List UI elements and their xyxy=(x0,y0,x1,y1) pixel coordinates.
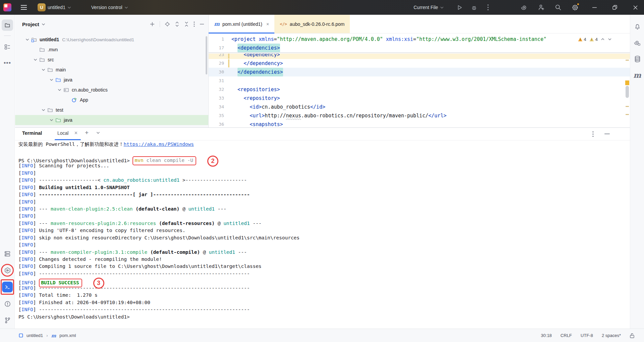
code-with-me-button[interactable] xyxy=(534,0,549,15)
project-widget[interactable]: U untitled1 xyxy=(38,2,71,13)
add-button[interactable] xyxy=(150,21,155,27)
terminal-line: [INFO] xyxy=(18,213,630,220)
tab-pom-xml[interactable]: m pom.xml (untitled1) × xyxy=(209,15,274,33)
tool-window-project-button[interactable] xyxy=(1,18,14,32)
terminal-output[interactable]: 安装最新的 PowerShell，了解新功能和改进！https://aka.ms… xyxy=(15,140,630,321)
code-line-31[interactable]: 31 xyxy=(209,76,630,85)
chevron-down-icon[interactable] xyxy=(47,77,55,82)
ai-assistant-button[interactable] xyxy=(517,0,532,15)
new-terminal-button[interactable]: + xyxy=(85,129,89,136)
restore-button[interactable] xyxy=(607,0,623,15)
warnings-badge[interactable]: 4 xyxy=(578,37,586,42)
code-line-36[interactable]: 36 <snapshots> xyxy=(209,120,630,127)
locate-file-button[interactable] xyxy=(165,21,170,27)
tree-item-label: main xyxy=(56,67,66,72)
caret-position[interactable]: 30:18 xyxy=(541,333,552,338)
collapse-all-button[interactable] xyxy=(184,21,189,27)
tool-window-git-button[interactable] xyxy=(1,314,14,327)
folder-green-icon xyxy=(55,117,61,123)
terminal-line: [INFO] --- maven-compiler-plugin:3.1:com… xyxy=(18,249,630,256)
run-configuration-selector[interactable]: Current File xyxy=(414,2,444,13)
expand-all-button[interactable] xyxy=(175,21,179,27)
chevron-down-icon[interactable] xyxy=(39,107,47,113)
chevron-down-icon[interactable] xyxy=(31,57,39,62)
line-number: 35 xyxy=(209,111,225,120)
code-line-34[interactable]: 34 <id>cn.aubo_robotics</id> xyxy=(209,103,630,111)
terminal-options-chevron-icon[interactable] xyxy=(96,132,100,134)
breadcrumb-file[interactable]: pom.xml xyxy=(59,333,76,338)
file-encoding[interactable]: UTF-8 xyxy=(581,333,593,338)
chevron-down-icon[interactable] xyxy=(55,87,63,93)
next-problem-icon[interactable] xyxy=(608,38,612,41)
editor-tabbar: m pom.xml (untitled1) × </> aubo_sdk-0.2… xyxy=(209,15,630,34)
editor-scrollbar-thumb[interactable] xyxy=(626,86,629,98)
terminal-line: PS C:\Users\ghost\Downloads\untitled1> m… xyxy=(18,155,630,162)
run-button[interactable] xyxy=(452,0,467,15)
code-line-30[interactable]: 30 </dependencies> xyxy=(209,68,630,76)
prev-problem-icon[interactable] xyxy=(601,38,605,41)
code-line-35[interactable]: 35 <url>http://nexus.aubo-robotics.cn/re… xyxy=(209,111,630,120)
weak-warnings-badge[interactable]: 4 xyxy=(589,37,598,42)
tree-item-untitled1[interactable]: untitled1C:\Users\ghost\Downloads\untitl… xyxy=(15,35,208,45)
unlock-icon[interactable] xyxy=(630,333,635,338)
project-scrollbar[interactable] xyxy=(206,36,207,74)
inspections-widget[interactable]: 4 4 xyxy=(577,36,613,43)
tree-item-src[interactable]: src xyxy=(15,55,208,65)
ai-assistant-tool-button[interactable] xyxy=(631,36,644,50)
panel-options-button[interactable] xyxy=(194,21,195,27)
chevron-down-icon[interactable] xyxy=(23,37,31,42)
code-line-23[interactable]: 23 <dependency> xyxy=(209,54,630,59)
tab-aubo-sdk-pom[interactable]: </> aubo_sdk-0.26.0-rc.6.pom xyxy=(274,15,350,33)
close-button[interactable] xyxy=(628,0,643,15)
tree-item-path: C:\Users\ghost\Downloads\untitled1 xyxy=(62,37,134,42)
tree-item-java[interactable]: java xyxy=(15,115,208,125)
database-tool-button[interactable] xyxy=(631,52,644,66)
breadcrumb-module[interactable]: untitled1 xyxy=(26,333,43,338)
tree-item-java[interactable]: java xyxy=(15,75,208,85)
search-everywhere-button[interactable] xyxy=(550,0,566,15)
terminal-more-button[interactable] xyxy=(592,131,594,137)
stripe-mark xyxy=(626,60,629,61)
notifications-button[interactable] xyxy=(631,20,644,34)
main-menu-button[interactable] xyxy=(18,2,30,13)
chevron-down-icon[interactable] xyxy=(39,67,47,72)
minimize-button[interactable] xyxy=(587,0,602,15)
tool-window-problems-button[interactable] xyxy=(1,297,14,310)
debug-button[interactable] xyxy=(466,0,482,15)
code-file-icon: </> xyxy=(280,22,287,26)
chevron-down-icon[interactable] xyxy=(42,23,45,25)
tree-item--mvn[interactable]: .mvn xyxy=(15,45,208,55)
tree-item-label: java xyxy=(64,77,72,82)
terminal-tab-close-icon[interactable]: ✕ xyxy=(74,130,78,135)
terminal-tab-local[interactable]: Local xyxy=(57,130,68,136)
tool-window-structure-button[interactable] xyxy=(1,40,14,54)
more-actions-button[interactable] xyxy=(480,0,496,15)
indent-setting[interactable]: 2 spaces* xyxy=(602,333,621,338)
editor-error-stripe[interactable] xyxy=(625,15,630,127)
code-line-32[interactable]: 32 <repositories> xyxy=(209,85,630,94)
code-viewport[interactable]: 1<project xmlns="http://maven.apache.org… xyxy=(209,34,630,127)
chevron-down-icon[interactable] xyxy=(47,117,55,123)
hide-panel-button[interactable] xyxy=(200,22,204,26)
tree-item-main[interactable]: main xyxy=(15,65,208,75)
code-line-1[interactable]: 1<project xmlns="http://maven.apache.org… xyxy=(209,35,630,44)
code-line-17[interactable]: 17 <dependencies> xyxy=(209,44,630,52)
powershell-link[interactable]: https://aka.ms/PSWindows xyxy=(124,141,194,147)
terminal-line: [INFO] Changes detected - recompiling th… xyxy=(18,256,630,263)
more-tool-windows-button[interactable]: ••• xyxy=(1,56,14,70)
tab-close-icon[interactable]: × xyxy=(266,21,269,27)
tool-window-services-button[interactable] xyxy=(1,247,14,261)
settings-button[interactable] xyxy=(567,0,583,15)
line-ending[interactable]: CRLF xyxy=(560,333,572,338)
tree-item-cn-aubo-robotics[interactable]: cn.aubo_robotics xyxy=(15,85,208,95)
code-line-33[interactable]: 33 <repository> xyxy=(209,94,630,103)
tree-item-label: untitled1 xyxy=(40,37,59,42)
tree-item-app[interactable]: App xyxy=(15,95,208,105)
code-line-29[interactable]: 29 </dependency> xyxy=(209,59,630,68)
tree-item-test[interactable]: test xyxy=(15,105,208,115)
maven-tool-button[interactable]: m xyxy=(631,68,644,82)
gutter-gap xyxy=(225,35,231,44)
ai-spiral-chat-icon xyxy=(634,40,641,46)
hide-terminal-button[interactable] xyxy=(604,133,610,134)
vcs-widget[interactable]: Version control xyxy=(91,2,128,13)
